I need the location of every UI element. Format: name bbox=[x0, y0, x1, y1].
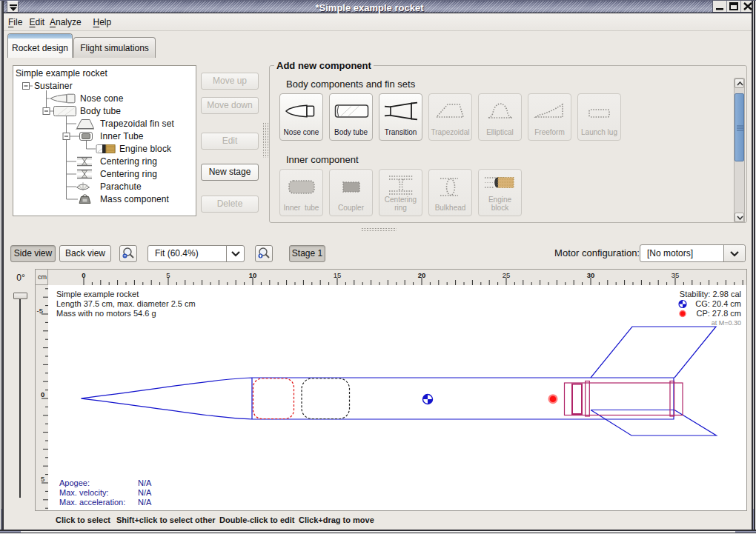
svg-text:5: 5 bbox=[41, 475, 44, 483]
svg-text:15: 15 bbox=[334, 271, 342, 279]
svg-text:5: 5 bbox=[166, 271, 170, 279]
svg-text:35: 35 bbox=[672, 271, 680, 279]
svg-text:-5: -5 bbox=[37, 307, 43, 315]
svg-text:0: 0 bbox=[41, 390, 44, 398]
svg-text:20: 20 bbox=[418, 271, 426, 279]
svg-text:25: 25 bbox=[503, 271, 511, 279]
svg-text:30: 30 bbox=[587, 271, 595, 279]
svg-text:0: 0 bbox=[82, 271, 85, 279]
svg-text:10: 10 bbox=[249, 271, 257, 279]
